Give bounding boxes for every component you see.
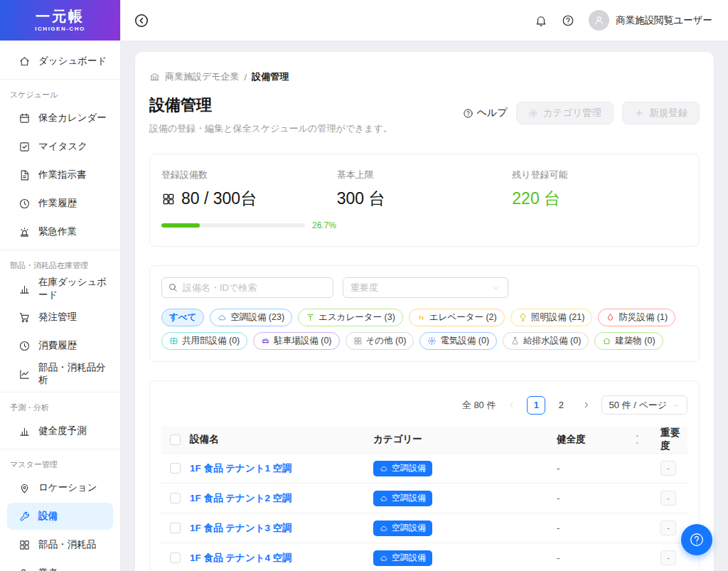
importance-tag: - <box>660 521 676 535</box>
filter-chip-lighting[interactable]: 照明設備 (21) <box>510 309 593 326</box>
sidebar: 一元帳 ICHIGEN-CHO ダッシュボードスケジュール保全カレンダーマイタス… <box>0 0 121 571</box>
select-all-checkbox[interactable] <box>170 434 181 445</box>
sidebar-item-order-management[interactable]: 発注管理 <box>7 304 113 331</box>
page-button-1[interactable]: 1 <box>527 396 545 415</box>
filter-chip-label: 共用部設備 (0) <box>182 335 240 347</box>
stat-registered-value: 80 / 300台 <box>161 188 337 210</box>
escalator-icon <box>306 313 315 322</box>
register-new-button[interactable]: 新規登録 <box>622 102 700 124</box>
sidebar-section: 部品・消耗品在庫管理在庫ダッシュボード発注管理消費履歴部品・消耗品分析 <box>0 250 120 392</box>
content-card: 商業施設デモ企業 / 設備管理 設備管理 設備の登録・編集と保全スケジュールの管… <box>135 52 714 571</box>
filter-chip-disaster-prevention[interactable]: 防災設備 (1) <box>598 309 675 326</box>
category-cell: 空調設備 <box>373 521 557 536</box>
sidebar-item-health-prediction[interactable]: 健全度予測 <box>7 417 113 444</box>
calendar-icon <box>18 112 31 124</box>
importance-cell: - <box>651 491 687 506</box>
column-health[interactable]: 健全度 <box>557 433 651 446</box>
sidebar-item-my-tasks[interactable]: マイタスク <box>7 133 113 160</box>
bell-icon[interactable] <box>535 14 547 27</box>
filter-chip-building[interactable]: 建築物 (0) <box>594 332 663 350</box>
filter-chip-electrical[interactable]: 電気設備 (0) <box>419 332 497 350</box>
sidebar-item-label: マイタスク <box>38 140 87 153</box>
user-name: 商業施設閲覧ユーザー <box>616 14 712 27</box>
category-manage-button[interactable]: カテゴリ管理 <box>516 102 614 124</box>
user-menu[interactable]: 商業施設閲覧ユーザー <box>589 10 712 31</box>
page-numbers: 12 <box>527 396 570 415</box>
row-checkbox[interactable] <box>170 463 181 474</box>
page-size-select[interactable]: 50 件 / ページ <box>601 395 687 415</box>
filter-chip-elevator[interactable]: エレベーター (2) <box>409 309 505 326</box>
droplet-icon <box>606 313 615 322</box>
equipment-link[interactable]: 1F 食品 テナント2 空調 <box>190 493 292 503</box>
page-button-2[interactable]: 2 <box>552 396 570 415</box>
sidebar-item-emergency-work[interactable]: 緊急作業 <box>7 218 113 245</box>
user-icon <box>593 14 605 26</box>
filter-chip-plumbing[interactable]: 給排水設備 (0) <box>503 332 589 350</box>
table-row: 1F 食品 テナント1 空調空調設備-- <box>161 453 687 483</box>
filter-chip-escalator[interactable]: エスカレーター (3) <box>298 309 403 326</box>
sidebar-item-parts-analysis[interactable]: 部品・消耗品分析 <box>7 361 113 388</box>
avatar <box>589 10 609 31</box>
row-checkbox[interactable] <box>170 493 181 503</box>
progress-fill <box>161 223 200 228</box>
chevron-down-icon <box>672 401 680 410</box>
stat-limit-label: 基本上限 <box>337 169 513 181</box>
filter-chip-parking[interactable]: 駐車場設備 (0) <box>253 332 339 350</box>
importance-select[interactable]: 重要度 <box>343 277 508 298</box>
filter-chip-common-area[interactable]: 共用部設備 (0) <box>161 332 247 350</box>
prev-page-button[interactable] <box>502 396 520 415</box>
category-cell: 空調設備 <box>373 550 557 566</box>
table-row: 1F 食品 テナント2 空調空調設備-- <box>161 483 687 513</box>
health-cell: - <box>557 523 651 533</box>
row-checkbox[interactable] <box>170 523 181 533</box>
sidebar-item-inventory-dashboard[interactable]: 在庫ダッシュボード <box>7 275 113 302</box>
user-search-icon <box>18 567 31 571</box>
equipment-table-panel: 全 80 件 12 50 件 / ページ 設備名 カテゴリー 健全度 <box>149 380 700 571</box>
equipment-link[interactable]: 1F 食品 テナント1 空調 <box>190 463 292 474</box>
gear-icon <box>427 336 437 346</box>
flask-icon <box>510 336 520 346</box>
sidebar-item-parts-consumables[interactable]: 部品・消耗品 <box>7 531 113 558</box>
sidebar-item-label: 在庫ダッシュボード <box>38 276 109 301</box>
row-checkbox[interactable] <box>170 553 181 563</box>
home-icon <box>18 55 31 68</box>
page-subtitle: 設備の登録・編集と保全スケジュールの管理ができます。 <box>149 122 392 135</box>
equipment-link[interactable]: 1F 食品 テナント3 空調 <box>190 523 292 533</box>
filter-chip-label: 駐車場設備 (0) <box>274 335 331 347</box>
breadcrumb-current: 設備管理 <box>252 70 289 83</box>
sidebar-item-equipment[interactable]: 設備 <box>7 503 113 530</box>
floating-help-button[interactable] <box>681 524 712 555</box>
app-subtitle: ICHIGEN-CHO <box>35 26 85 32</box>
register-new-label: 新規登録 <box>649 107 687 119</box>
sidebar-item-location[interactable]: ロケーション <box>7 474 113 501</box>
breadcrumb: 商業施設デモ企業 / 設備管理 <box>149 70 700 83</box>
back-icon[interactable] <box>134 13 149 28</box>
sidebar-item-work-orders[interactable]: 作業指示書 <box>7 161 113 188</box>
sidebar-item-maintenance-calendar[interactable]: 保全カレンダー <box>7 105 113 132</box>
filter-chip-label: その他 (0) <box>366 335 407 347</box>
help-circle-icon[interactable] <box>562 14 574 27</box>
clock-icon <box>18 198 31 210</box>
help-link[interactable]: ヘルプ <box>463 107 508 119</box>
sort-icons[interactable] <box>634 433 641 446</box>
sidebar-item-dashboard[interactable]: ダッシュボード <box>7 48 113 75</box>
next-page-button[interactable] <box>577 396 595 415</box>
health-value: - <box>557 463 560 474</box>
chevron-down-icon <box>491 283 500 292</box>
table-row: 1F 食品 テナント4 空調空調設備-- <box>161 543 687 571</box>
cloud-icon <box>380 554 388 562</box>
sidebar-item-work-history[interactable]: 作業履歴 <box>7 190 113 217</box>
filter-chip-other[interactable]: その他 (0) <box>346 332 414 350</box>
equipment-name-cell: 1F 食品 テナント1 空調 <box>190 462 373 475</box>
equipment-search-input[interactable] <box>161 277 333 298</box>
sidebar-item-consumption-history[interactable]: 消費履歴 <box>7 332 113 359</box>
filter-chip-all[interactable]: すべて <box>161 309 204 326</box>
cart-icon <box>18 311 31 324</box>
health-cell: - <box>557 553 651 563</box>
category-manage-label: カテゴリ管理 <box>543 107 601 119</box>
breadcrumb-root[interactable]: 商業施設デモ企業 <box>165 70 240 83</box>
equipment-link[interactable]: 1F 食品 テナント4 空調 <box>190 553 292 563</box>
filter-chip-hvac[interactable]: 空調設備 (23) <box>210 309 292 326</box>
grid-icon <box>18 539 31 551</box>
sidebar-item-vendors[interactable]: 業者 <box>7 560 113 571</box>
